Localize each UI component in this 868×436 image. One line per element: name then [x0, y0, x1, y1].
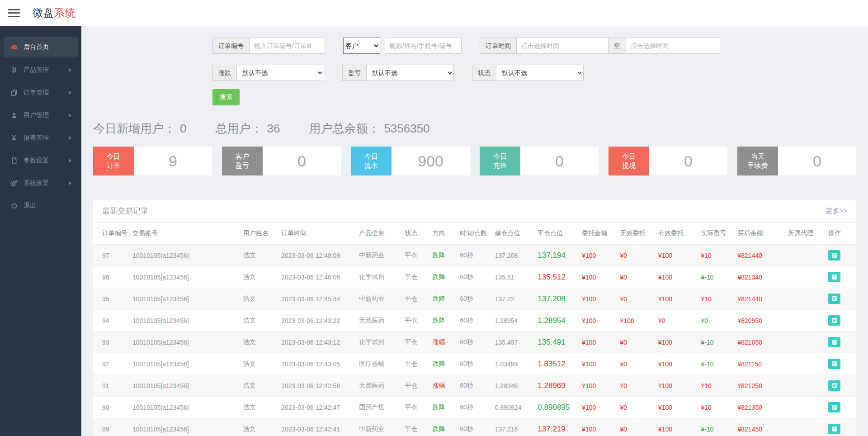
cell-valid-entrust: ¥100 [656, 397, 698, 418]
cell-open-point: 1.28954 [492, 310, 535, 332]
sidebar-item-label: 退出 [24, 202, 36, 210]
document-icon [832, 296, 837, 302]
cell-actual-pl: ¥10 [698, 245, 735, 266]
col-header-order-id: 订单编号 [93, 223, 130, 245]
cell-valid-entrust: ¥0 [656, 310, 698, 332]
profit-label: 盈亏 [342, 65, 366, 81]
cell-invalid-entrust: ¥0 [618, 375, 656, 397]
order-no-group: 订单编号 [212, 38, 325, 54]
cell-actual-pl: ¥-10 [698, 418, 735, 436]
search-button[interactable]: 搜索 [212, 89, 240, 105]
cell-agent [785, 375, 826, 397]
status-label: 状态 [472, 65, 496, 81]
table-row: 9510010105[a123456]浩文2023-03-06 12:45:44… [93, 288, 856, 310]
stat-card-value: 0 [649, 147, 727, 175]
view-order-button[interactable] [828, 402, 840, 412]
cell-username: 浩文 [241, 353, 278, 375]
cell-entrust-amount: ¥100 [579, 353, 617, 375]
search-filter-panel: 订单编号 客户 订单时间 至 [212, 38, 856, 105]
cell-entrust-amount: ¥100 [579, 288, 617, 310]
view-order-button[interactable] [828, 294, 840, 304]
cell-open-point: 137.216 [492, 418, 535, 436]
cell-invalid-entrust: ¥0 [618, 353, 656, 375]
col-header-duration: 时间/点数 [457, 223, 492, 245]
yen-icon [10, 134, 18, 142]
stat-card-value: 9 [134, 147, 212, 175]
cell-entrust-amount: ¥100 [579, 245, 617, 266]
document-icon [832, 318, 837, 323]
view-order-button[interactable] [828, 250, 840, 261]
more-link[interactable]: 更多>> [826, 207, 847, 215]
summary-label: 总用户： [215, 121, 262, 137]
stat-card: 今日流水 900 [351, 147, 470, 175]
view-order-button[interactable] [828, 424, 840, 434]
cell-product: 化学试剂 [356, 332, 402, 353]
view-order-button[interactable] [828, 359, 840, 369]
summary-label: 今日新增用户： [93, 121, 175, 137]
cell-invalid-entrust: ¥100 [618, 310, 656, 332]
cell-username: 浩文 [241, 332, 278, 353]
view-order-button[interactable] [828, 337, 840, 347]
time-from-input[interactable] [516, 38, 609, 54]
cell-close-point: 1.28969 [535, 375, 579, 397]
summary-item: 今日新增用户： 0 [93, 121, 186, 137]
sidebar-item-reports[interactable]: 报表管理 [4, 128, 78, 148]
stat-cards-row: 今日订单 9 客户盈亏 0 今日流水 900 今日充值 0 今日提现 0 当天手… [93, 147, 856, 175]
sidebar-item-home[interactable]: 后台首页 [4, 37, 78, 57]
cell-balance: ¥820950 [735, 310, 785, 332]
panel-title: 最新交易记录 [102, 206, 148, 216]
cell-status: 平仓 [402, 353, 430, 375]
cell-status: 平仓 [402, 288, 430, 310]
sidebar-item-users[interactable]: 用户管理 [4, 105, 78, 125]
cell-actual-pl: ¥0 [698, 310, 735, 332]
cell-account: 10010105[a123456] [130, 266, 241, 288]
customer-type-select[interactable]: 客户 [343, 38, 380, 54]
cell-close-point: 0.890895 [535, 397, 579, 418]
table-header-row: 订单编号交易账号用户姓名订单时间产品信息状态方向时间/点数建仓点位平仓点位委托金… [93, 223, 856, 245]
cell-account: 10010105[a123456] [130, 332, 241, 353]
sidebar-item-products[interactable]: 产品管理 [4, 60, 78, 80]
cell-entrust-amount: ¥100 [579, 375, 617, 397]
view-order-button[interactable] [828, 272, 840, 282]
view-order-button[interactable] [828, 315, 840, 326]
cell-account: 10010105[a123456] [130, 353, 241, 375]
orders-icon [10, 89, 18, 96]
order-no-input[interactable] [249, 38, 325, 54]
profit-select[interactable]: 默认不选 [366, 65, 454, 81]
cell-agent [785, 397, 826, 418]
view-order-button[interactable] [828, 380, 840, 391]
cell-valid-entrust: ¥100 [656, 266, 698, 288]
cell-valid-entrust: ¥100 [656, 418, 698, 436]
menu-toggle-icon[interactable] [8, 9, 20, 17]
time-to-input[interactable] [626, 38, 721, 54]
table-row: 9310010105[a123456]浩文2023-03-06 12:43:12… [93, 332, 856, 353]
cell-agent [785, 418, 826, 436]
cell-action [826, 245, 856, 266]
sidebar-item-params[interactable]: 参数设置 [4, 151, 78, 171]
stat-card: 客户盈亏 0 [222, 147, 341, 175]
cell-open-point: 1.83499 [492, 353, 535, 375]
table-row: 9410010105[a123456]浩文2023-03-06 12:43:22… [93, 310, 856, 332]
cell-valid-entrust: ¥100 [656, 375, 698, 397]
stat-card: 今日提现 0 [609, 147, 727, 175]
chevron-right-icon [69, 181, 71, 185]
cell-order-time: 2023-03-06 12:45:44 [278, 288, 356, 310]
cell-balance: ¥821350 [735, 397, 785, 418]
cell-invalid-entrust: ¥0 [618, 288, 656, 310]
sidebar-item-label: 报表管理 [24, 134, 49, 142]
cell-balance: ¥821440 [735, 288, 785, 310]
sidebar-item-logout[interactable]: 退出 [4, 196, 78, 216]
updown-select[interactable]: 默认不选 [236, 65, 324, 81]
stat-card-value: 0 [778, 147, 856, 175]
cell-order-id: 91 [93, 375, 130, 397]
cell-open-point: 137.22 [492, 288, 535, 310]
cell-balance: ¥821440 [735, 245, 785, 266]
cell-product: 中新药业 [356, 288, 402, 310]
cell-valid-entrust: ¥100 [656, 353, 698, 375]
sidebar-item-orders[interactable]: 订单管理 [4, 83, 78, 103]
status-select[interactable]: 默认不选 [496, 65, 584, 81]
col-header-open-point: 建仓点位 [492, 223, 535, 245]
sidebar-item-system[interactable]: 系统设置 [4, 173, 78, 193]
cell-entrust-amount: ¥100 [579, 266, 617, 288]
customer-input[interactable] [385, 38, 462, 54]
